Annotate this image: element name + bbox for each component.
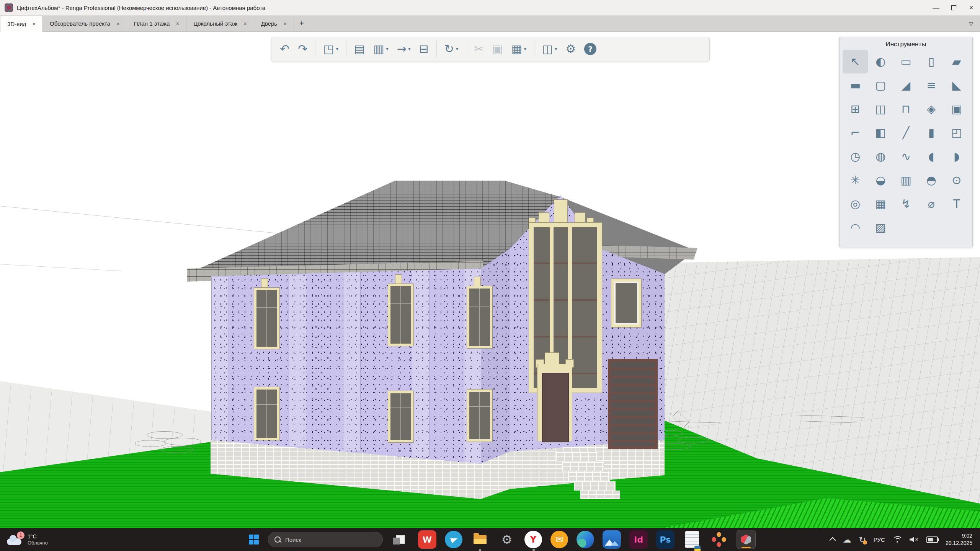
sep2-button[interactable]: ▾ [346,40,346,58]
tab-door[interactable]: Дверь × [254,16,294,31]
yandex-browser-app[interactable]: Y [524,531,542,548]
dimensions-tool[interactable]: ⌀ [919,192,944,216]
sync-icon[interactable]: ↻ [859,535,866,544]
picture-tool[interactable]: ▣ [944,97,969,121]
assembly-tool[interactable]: ◰ [944,121,969,145]
line-tool[interactable]: ╱ [893,121,918,145]
tab-basement-floor[interactable]: Цокольный этаж × [186,16,254,31]
undo-button[interactable]: ↶ ▾ [277,41,292,57]
restore-button[interactable] [945,0,962,15]
furniture-tool[interactable]: ⊓ [893,97,918,121]
opening-tool[interactable]: ▢ [868,73,893,97]
minimize-button[interactable]: — [927,0,945,15]
object-styles-tool[interactable]: ◐ [868,50,893,73]
beam-tool[interactable]: ▰ [944,50,969,73]
settings-app[interactable]: ⚙ [498,530,516,549]
task-view-app[interactable] [391,530,410,549]
tab-project-explorer[interactable]: Обозреватель проекта × [43,16,127,31]
chevron-down-icon[interactable]: ▾ [524,46,526,52]
wall-tool[interactable]: ▭ [893,50,918,73]
save-button[interactable]: ▥ ▾ [370,41,391,57]
viewport-3d[interactable] [0,31,980,528]
media-app-app[interactable] [603,530,621,549]
chevron-down-icon[interactable]: ▾ [336,46,338,52]
chevron-down-icon[interactable]: ▾ [456,46,458,52]
select-tool[interactable]: ↖ [843,50,868,73]
view-3d-button[interactable]: ◳ ▾ [320,41,341,57]
pipe-fittings-tool[interactable]: ∿ [893,145,918,168]
pipe-tool[interactable]: ◖ [919,145,944,168]
weather-widget[interactable]: 1 1°C Облачно [7,533,95,546]
tab-close-icon[interactable]: × [32,21,36,27]
open-button[interactable]: ▤ ▾ [351,41,368,57]
tab-close-icon[interactable]: × [116,20,120,27]
photoshop-app[interactable]: Ps [656,530,675,549]
window-layout-button[interactable]: ◫ ▾ [539,41,560,57]
export-button[interactable]: → ▾ [394,41,413,57]
tab-close-icon[interactable]: × [243,20,247,27]
help-button[interactable]: ? ▾ [581,41,599,57]
equipment-tool[interactable]: ◍ [868,145,893,168]
search-input[interactable]: Поиск [268,532,383,547]
copy-button[interactable]: ▣ ▾ [489,41,506,57]
renga-app[interactable] [737,530,756,549]
profile-tool[interactable]: ▮ [919,121,944,145]
mail-app[interactable]: ✉ [550,531,568,548]
close-button[interactable]: × [962,0,980,15]
duct-fittings-tool[interactable]: ◒ [868,168,893,192]
electric-socket-tool[interactable]: ⊙ [944,168,969,192]
text-tool[interactable]: T [944,192,969,216]
window-tool[interactable]: ⊞ [843,97,868,121]
print-button[interactable]: ⊟ ▾ [416,41,432,57]
ventilation-tool[interactable]: ✳ [843,168,868,192]
electric-fittings-tool[interactable]: ↯ [893,192,918,216]
stairs-tool[interactable]: ≡ [919,73,944,97]
tab-3d-view[interactable]: 3D-вид × [0,16,43,32]
language-indicator[interactable]: РУС [874,536,885,543]
onedrive-cloud-icon[interactable]: ☁ [843,535,851,544]
duct-tool[interactable]: ▥ [893,168,918,192]
element-tool[interactable]: ◈ [919,97,944,121]
foundation-tool[interactable]: ◧ [868,121,893,145]
floor-tool[interactable]: ▬ [843,73,868,97]
spline-tool[interactable]: ◠ [843,216,868,240]
tray-chevron-up-icon[interactable] [830,537,836,544]
chevron-down-icon[interactable]: ▾ [555,46,557,52]
battery-icon[interactable] [926,536,938,543]
paste-button[interactable]: ▦ ▾ [508,41,529,57]
chevron-down-icon[interactable]: ▾ [386,46,388,52]
column-tool[interactable]: ▯ [919,50,944,73]
sep5-button[interactable]: ▾ [534,40,534,58]
chevron-down-icon[interactable]: ▾ [408,46,411,52]
tab-overflow-button[interactable]: ▽ [962,16,980,31]
volume-muted-icon[interactable]: ✕ [910,537,919,542]
lighting-tool[interactable]: ◎ [843,192,868,216]
sep4-button[interactable]: ▾ [466,40,466,58]
plate-tool[interactable]: ⌐ [843,121,868,145]
tab-floor-plan-1[interactable]: План 1 этажа × [127,16,186,31]
sep1-button[interactable]: ▾ [315,40,315,58]
tab-close-icon[interactable]: × [283,20,287,27]
settings-wrench-button[interactable]: ⚙ ▾ [562,41,579,57]
sep3-button[interactable]: ▾ [436,40,437,58]
cut-button[interactable]: ✂ ▾ [471,41,487,57]
ramp-tool[interactable]: ◣ [944,73,969,97]
electric-panel-tool[interactable]: ▦ [868,192,893,216]
round-duct-tool[interactable]: ◓ [919,168,944,192]
dots-app-app[interactable] [710,530,728,549]
hatch-tool[interactable]: ▨ [868,216,893,240]
tab-close-icon[interactable]: × [176,20,179,27]
redo-button[interactable]: ↷ ▾ [295,41,310,57]
python-doc-app[interactable] [683,530,701,549]
wifi-icon[interactable] [893,536,902,543]
pipe-accessory-tool[interactable]: ◗ [944,145,969,168]
clock[interactable]: 9:02 20.12.2025 [946,532,972,547]
wps-office-app[interactable]: W [418,530,436,549]
roof-tool[interactable]: ◢ [893,73,918,97]
edge-app[interactable] [577,531,594,548]
file-explorer-app[interactable] [471,530,489,549]
indesign-app[interactable]: Id [629,530,648,549]
new-tab-button[interactable]: + [294,16,309,31]
plumbing-fixture-tool[interactable]: ◷ [843,145,868,168]
start-button[interactable] [248,534,260,545]
